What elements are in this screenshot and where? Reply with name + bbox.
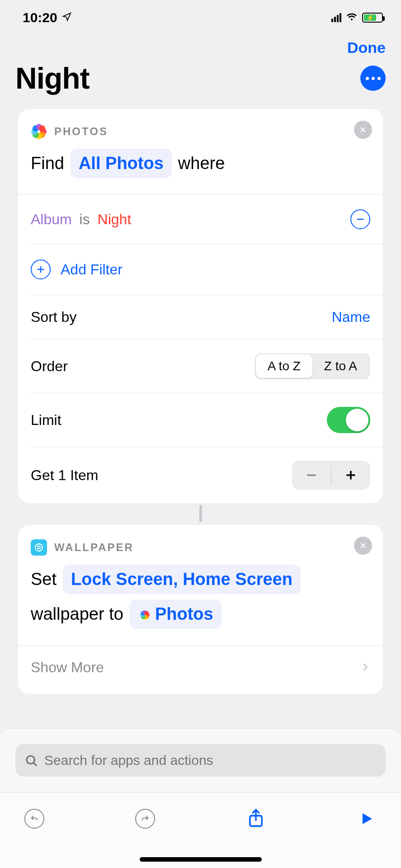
- undo-button[interactable]: [22, 806, 47, 831]
- done-button[interactable]: Done: [347, 39, 386, 57]
- search-field[interactable]: [15, 744, 386, 777]
- photos-app-icon: [31, 123, 47, 140]
- sort-value[interactable]: Name: [332, 309, 370, 326]
- order-label: Order: [31, 358, 68, 375]
- find-target-token[interactable]: All Photos: [71, 149, 172, 178]
- add-filter-button[interactable]: Add Filter: [18, 244, 383, 295]
- search-panel: [0, 728, 401, 792]
- page-title: Night: [15, 61, 90, 95]
- filter-row: Album is Night: [18, 195, 383, 244]
- add-filter-label: Add Filter: [61, 261, 123, 278]
- show-more-label: Show More: [31, 659, 104, 676]
- limit-switch[interactable]: [327, 407, 370, 433]
- find-suffix: where: [178, 151, 225, 176]
- search-icon: [24, 754, 38, 767]
- play-icon: [359, 811, 375, 827]
- home-indicator: [140, 857, 262, 862]
- sort-row[interactable]: Sort by Name: [18, 295, 383, 339]
- status-bar: 10:20 ⚡: [0, 0, 401, 30]
- set-source-label: Photos: [155, 601, 213, 627]
- cellular-icon: [331, 13, 341, 22]
- filter-field[interactable]: Album: [31, 211, 72, 227]
- action-card-wallpaper: WALLPAPER Set Lock Screen, Home Screen w…: [18, 525, 383, 694]
- stepper-decrement[interactable]: [292, 461, 331, 490]
- set-verb: Set: [31, 566, 57, 592]
- share-button[interactable]: [243, 806, 269, 831]
- order-option-za[interactable]: Z to A: [312, 354, 369, 378]
- set-source-token[interactable]: Photos: [130, 599, 222, 629]
- get-count-label: Get 1 Item: [31, 467, 98, 484]
- redo-button[interactable]: [132, 806, 158, 831]
- set-target-token[interactable]: Lock Screen, Home Screen: [63, 565, 301, 594]
- undo-icon: [24, 809, 44, 829]
- limit-row: Limit: [18, 393, 383, 447]
- limit-label: Limit: [31, 412, 61, 429]
- get-count-row: Get 1 Item: [18, 447, 383, 503]
- remove-filter-button[interactable]: [350, 209, 370, 229]
- action-card-photos: PHOTOS Find All Photos where Album is Ni…: [18, 109, 383, 503]
- filter-value[interactable]: Night: [98, 211, 132, 227]
- count-stepper[interactable]: [292, 461, 370, 490]
- order-segmented[interactable]: A to Z Z to A: [255, 353, 370, 379]
- run-button[interactable]: [354, 806, 379, 831]
- order-option-az[interactable]: A to Z: [256, 354, 312, 378]
- share-icon: [247, 808, 265, 829]
- photos-icon: [138, 608, 151, 621]
- filter-op[interactable]: is: [80, 211, 90, 227]
- redo-icon: [135, 809, 155, 829]
- search-input[interactable]: [44, 753, 377, 768]
- action-summary: Find All Photos where: [18, 140, 383, 194]
- set-mid: wallpaper to: [31, 601, 123, 627]
- more-button[interactable]: [360, 66, 386, 91]
- stepper-increment[interactable]: [331, 461, 370, 490]
- app-label: WALLPAPER: [54, 541, 134, 554]
- show-more-button[interactable]: Show More: [18, 646, 383, 694]
- chevron-right-icon: [360, 659, 370, 676]
- sort-label: Sort by: [31, 309, 76, 326]
- location-icon: [62, 11, 72, 25]
- order-row: Order A to Z Z to A: [18, 340, 383, 393]
- find-verb: Find: [31, 151, 64, 176]
- status-time: 10:20: [23, 10, 57, 25]
- remove-action-button[interactable]: [354, 121, 372, 139]
- remove-action-button[interactable]: [354, 537, 372, 555]
- bottom-toolbar: [0, 792, 401, 868]
- wifi-icon: [345, 10, 359, 25]
- battery-icon: ⚡: [362, 13, 383, 23]
- action-summary: Set Lock Screen, Home Screen wallpaper t…: [18, 556, 383, 645]
- wallpaper-app-icon: [31, 539, 47, 556]
- nav-bar: Done: [0, 30, 401, 61]
- app-label: PHOTOS: [54, 125, 108, 138]
- plus-icon: [31, 259, 51, 279]
- svg-point-0: [38, 546, 40, 549]
